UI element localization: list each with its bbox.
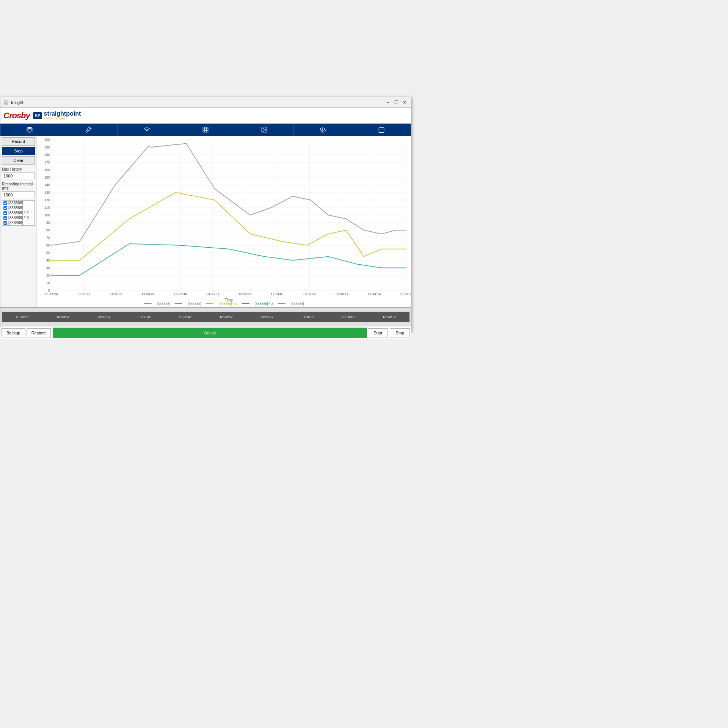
window-title: Insight	[11, 100, 23, 105]
backup-button[interactable]: Backup	[2, 328, 25, 337]
nav-database[interactable]	[0, 124, 59, 136]
channel-item-2[interactable]: [888888] * 2	[2, 210, 35, 215]
sp-logo: SP	[33, 112, 42, 119]
nav-wifi[interactable]	[118, 124, 176, 136]
status-bar: Backup Restore Active Start Stop	[0, 326, 411, 339]
start-button[interactable]: Start	[368, 328, 388, 337]
record-button[interactable]: Record	[2, 137, 35, 146]
restore-button[interactable]: Restore	[27, 328, 51, 337]
timeline-tick: 13:33:52	[220, 315, 233, 319]
nav-bar	[0, 124, 411, 136]
straightpoint-logo: straightpoint know the load	[44, 110, 81, 121]
legend-item: — [888888]	[175, 302, 201, 306]
timeline-tick: 13:33:27	[16, 315, 29, 319]
nav-chart[interactable]	[176, 124, 235, 136]
svg-rect-1	[203, 127, 208, 132]
left-panel: Record Stop Clear Max History Recording …	[0, 136, 37, 307]
status-active: Active	[53, 328, 367, 338]
timeline-bar: 13:33:2713:33:3213:33:3713:33:4213:33:47…	[0, 307, 411, 326]
svg-point-3	[263, 128, 264, 129]
timeline-tick: 13:34:02	[301, 315, 314, 319]
chart-canvas	[37, 136, 411, 307]
nav-calendar[interactable]	[352, 124, 411, 136]
stop-button[interactable]: Stop	[2, 147, 35, 155]
app-icon: 🪟	[3, 100, 9, 105]
legend-item: — [888888]	[144, 302, 170, 306]
stop-bar-button[interactable]: Stop	[390, 328, 410, 337]
timeline-inner: 13:33:2713:33:3213:33:3713:33:4213:33:47…	[2, 312, 410, 322]
channel-item-4[interactable]: [888888]	[2, 220, 35, 225]
chart-legend: — [888888]— [888888]— [888888] * 2— [888…	[144, 302, 304, 306]
nav-image[interactable]	[235, 124, 294, 136]
legend-item: — [888888]	[278, 302, 304, 306]
minimize-button[interactable]: –	[384, 99, 391, 106]
timeline-tick: 13:34:12	[383, 315, 396, 319]
chart-area: — [888888]— [888888]— [888888] * 2— [888…	[37, 136, 411, 307]
legend-item: — [888888] * 2	[206, 302, 237, 306]
timeline-tick: 13:33:47	[179, 315, 192, 319]
timeline-tick: 13:33:57	[260, 315, 273, 319]
recording-interval-input[interactable]	[2, 191, 35, 198]
svg-rect-4	[379, 127, 384, 133]
channel-item-1[interactable]: [888888]	[2, 206, 35, 210]
svg-point-0	[27, 127, 32, 129]
channel-item-0[interactable]: [888888]	[2, 201, 35, 206]
nav-scale[interactable]	[294, 124, 353, 136]
recording-interval-label: Recording Interval (ms)	[2, 182, 35, 190]
legend-item: — [888888] * 3	[242, 302, 273, 306]
crosby-logo: Crosby	[3, 111, 30, 121]
restore-button[interactable]: ❐	[393, 99, 400, 106]
max-history-label: Max History	[2, 167, 35, 171]
timeline-tick: 13:34:07	[342, 315, 355, 319]
timeline-tick: 13:33:37	[97, 315, 110, 319]
timeline-tick: 13:33:32	[56, 315, 70, 319]
channel-list: [888888][888888][888888] * 2[888888] * 3…	[2, 200, 35, 226]
timeline-tick: 13:33:42	[138, 315, 151, 319]
clear-button[interactable]: Clear	[2, 156, 35, 165]
nav-tools[interactable]	[59, 124, 118, 136]
channel-item-3[interactable]: [888888] * 3	[2, 215, 35, 220]
max-history-input[interactable]	[2, 173, 35, 179]
close-button[interactable]: ✕	[401, 99, 408, 106]
